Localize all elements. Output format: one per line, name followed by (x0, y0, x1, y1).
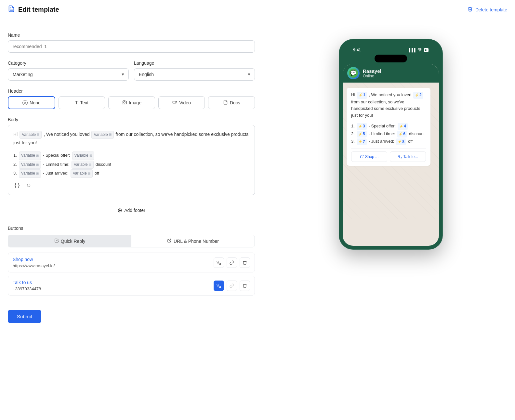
form-column: Name Category Marketing Utility Authenti… (8, 33, 255, 323)
language-select[interactable]: English Arabic French Spanish (134, 68, 255, 81)
curly-braces-button[interactable]: { } (13, 181, 21, 190)
body-section: Body Hi Variable ⊞ , We noticed you love… (8, 117, 255, 195)
chat-body: Hi ⚡1 , We noticed you loved ⚡2 from our… (343, 83, 439, 219)
header-image-button[interactable]: Image (108, 96, 155, 109)
external-link-icon (167, 238, 172, 244)
chat-contact-info: Rasayel Online (363, 68, 381, 78)
shop-phone-button[interactable] (214, 257, 224, 268)
header-none-button[interactable]: ✕ None (8, 96, 55, 109)
variable-chip-2: Variable ⊞ (91, 131, 113, 139)
header-image-label: Image (129, 100, 141, 105)
variable-label-1: Variable (22, 131, 36, 138)
category-section: Category Marketing Utility Authenticatio… (8, 60, 129, 81)
none-x-icon: ✕ (22, 100, 28, 105)
button-type-tabs: Quick Reply URL & Phone Number (8, 235, 255, 247)
preview-shop-label: Shop ... (365, 154, 378, 159)
language-label: Language (134, 60, 255, 66)
page-header: Edit template Delete template (8, 0, 507, 22)
chat-header: 💬 Rasayel Online (343, 64, 439, 83)
header-left: Edit template (8, 5, 59, 14)
body-text-content: Hi Variable ⊞ , We noticed you loved Var… (13, 130, 249, 147)
preview-list-item-1: 1. ⚡3 - Special offer: ⚡4 (351, 123, 426, 130)
quick-reply-tab[interactable]: Quick Reply (8, 235, 131, 247)
phone-screen: 💬 Rasayel Online Hi (343, 64, 439, 246)
preview-list-item-3: 3. ⚡7 - Just arrived: ⚡8 off (351, 138, 426, 145)
talk-to-us-name: Talk to us (13, 280, 41, 285)
phone-status-bar: 9:41 ▐▐▐ ■ (348, 46, 434, 55)
url-phone-label: URL & Phone Number (174, 239, 219, 244)
header-video-button[interactable]: Video (158, 96, 205, 109)
add-footer-label: Add footer (124, 208, 145, 213)
language-section: Language English Arabic French Spanish ▼ (134, 60, 255, 81)
header-text-button[interactable]: T Text (59, 96, 105, 109)
emoji-button[interactable]: ☺ (25, 181, 33, 190)
body-editor[interactable]: Hi Variable ⊞ , We noticed you loved Var… (8, 125, 255, 195)
preview-hi: Hi (351, 92, 356, 97)
talk-to-us-button-row: Talk to us +38970334478 (8, 276, 255, 295)
preview-talk-button: Talk to... (390, 151, 426, 162)
preview-var-3: ⚡3 (357, 123, 367, 130)
submit-button[interactable]: Submit (8, 310, 41, 323)
preview-list-item-2: 2. ⚡5 - Limited time: ⚡6 discount (351, 131, 426, 138)
shop-now-actions (214, 257, 250, 268)
preview-var-2: ⚡2 (413, 92, 423, 98)
talk-delete-button[interactable] (240, 281, 250, 291)
url-phone-tab[interactable]: URL & Phone Number (131, 235, 255, 247)
clock-time: 9:41 (353, 48, 361, 52)
chat-contact-name: Rasayel (363, 68, 381, 74)
talk-to-us-info: Talk to us +38970334478 (13, 280, 41, 291)
variable-chip-7: Variable⊞ (19, 169, 41, 178)
preview-talk-label: Talk to... (403, 154, 418, 159)
header-type-options: ✕ None T Text Image (8, 96, 255, 109)
header-docs-button[interactable]: Docs (208, 96, 255, 109)
main-layout: Name Category Marketing Utility Authenti… (8, 33, 507, 323)
category-label: Category (8, 60, 129, 66)
curly-braces-icon: { } (15, 182, 20, 188)
quick-reply-icon (54, 238, 59, 244)
header-section: Header ✕ None T Text Image (8, 88, 255, 109)
trash-icon (468, 7, 473, 13)
quick-reply-label: Quick Reply (61, 239, 85, 244)
variable-chip-1: Variable ⊞ (20, 131, 42, 139)
buttons-section: Buttons Quick Reply URL & Phone Number (8, 226, 255, 295)
chat-avatar: 💬 (347, 67, 360, 79)
category-select[interactable]: Marketing Utility Authentication (8, 68, 129, 81)
message-bubble: Hi ⚡1 , We noticed you loved ⚡2 from our… (347, 88, 430, 166)
preview-var-5: ⚡5 (357, 131, 367, 138)
header-none-label: None (30, 100, 40, 105)
body-list: 1. Variable⊞ - Special offer: Variable⊞ … (13, 151, 249, 178)
add-footer-button[interactable]: ⊕ Add footer (8, 203, 255, 218)
talk-phone-button[interactable] (214, 281, 224, 291)
docs-icon (223, 100, 228, 106)
talk-link-button[interactable] (227, 281, 237, 291)
shop-now-url: https://www.rasayel.io/ (13, 263, 55, 268)
variable-edit-icon-2: ⊞ (109, 132, 112, 138)
svg-line-8 (362, 155, 363, 157)
signal-icon: ▐▐▐ (408, 48, 415, 52)
emoji-icon: ☺ (26, 182, 31, 188)
preview-text-2: from our collection, so we've handpicked… (351, 99, 420, 118)
shop-delete-button[interactable] (240, 257, 250, 268)
variable-chip-6: Variable⊞ (72, 161, 94, 169)
message-text: Hi ⚡1 , We noticed you loved ⚡2 from our… (351, 92, 426, 119)
variable-chip-5: Variable⊞ (19, 161, 41, 169)
shop-link-button[interactable] (227, 257, 237, 268)
shop-now-button-row: Shop now https://www.rasayel.io/ (8, 253, 255, 272)
name-input[interactable] (8, 40, 255, 53)
delete-label: Delete template (475, 7, 507, 12)
category-language-row: Category Marketing Utility Authenticatio… (8, 60, 255, 81)
variable-chip-4: Variable⊞ (72, 151, 94, 160)
text-icon: T (75, 100, 78, 106)
variable-chip-8: Variable⊞ (71, 169, 93, 178)
plus-circle-icon: ⊕ (117, 207, 122, 214)
preview-var-8: ⚡8 (396, 138, 406, 145)
preview-column: 9:41 ▐▐▐ ■ (274, 33, 507, 323)
preview-shop-button: Shop ... (351, 151, 387, 162)
variable-label-2: Variable (94, 131, 108, 138)
language-select-wrapper: English Arabic French Spanish ▼ (134, 68, 255, 81)
delete-template-button[interactable]: Delete template (468, 7, 507, 13)
phone-mockup: 9:41 ▐▐▐ ■ (339, 39, 443, 250)
svg-line-5 (169, 239, 171, 241)
name-label: Name (8, 33, 255, 38)
chat-contact-status: Online (363, 74, 381, 78)
